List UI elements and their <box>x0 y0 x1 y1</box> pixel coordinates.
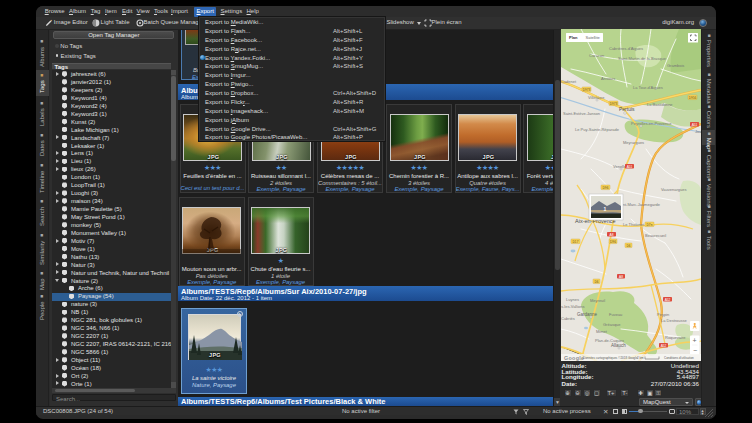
svg-text:D956: D956 <box>688 96 696 100</box>
svg-text:A8: A8 <box>609 233 613 237</box>
svg-text:Données cartographiques ©2018: Données cartographiques ©2018 Google <box>583 356 638 360</box>
svg-text:Saint-Marc-Jaumegarde: Saint-Marc-Jaumegarde <box>617 202 661 207</box>
svg-text:La Bastidonne: La Bastidonne <box>647 102 673 107</box>
svg-text:Ansouis: Ansouis <box>601 76 615 81</box>
svg-text:La Destrousse: La Destrousse <box>661 318 688 323</box>
svg-text:La Tour-d'Aigues: La Tour-d'Aigues <box>633 85 663 90</box>
svg-text:Cucuron: Cucuron <box>589 53 604 58</box>
svg-text:Satellite: Satellite <box>585 35 600 40</box>
svg-text:D6: D6 <box>626 244 630 248</box>
svg-text:D973: D973 <box>582 88 590 92</box>
svg-text:D96: D96 <box>610 240 616 244</box>
svg-text:Vauvenargues: Vauvenargues <box>661 187 687 192</box>
svg-text:Le Tholonet: Le Tholonet <box>623 222 645 227</box>
svg-text:Grambois: Grambois <box>667 63 684 68</box>
svg-text:Mimet: Mimet <box>596 329 608 334</box>
svg-text:Beaurecueil: Beaurecueil <box>645 233 666 238</box>
svg-text:Google: Google <box>564 355 584 361</box>
svg-text:Gréasque: Gréasque <box>603 322 621 327</box>
svg-text:Saint-Martin-de-la-Brasque: Saint-Martin-de-la-Brasque <box>618 56 667 61</box>
svg-text:Meyrargues: Meyrargues <box>623 140 644 145</box>
svg-text:D6: D6 <box>594 280 598 284</box>
svg-text:Cabrières-d'Aigues: Cabrières-d'Aigues <box>609 46 643 51</box>
svg-text:Cadenet: Cadenet <box>561 79 577 84</box>
svg-text:Plan: Plan <box>569 35 578 40</box>
svg-text:D96: D96 <box>602 186 608 190</box>
svg-text:Meyreuil: Meyreuil <box>590 298 605 303</box>
svg-text:+: + <box>692 337 696 344</box>
svg-text:Luynes: Luynes <box>566 297 579 302</box>
svg-text:D973: D973 <box>609 102 617 106</box>
svg-text:Pertuis: Pertuis <box>619 106 635 112</box>
svg-text:Fuveau: Fuveau <box>609 312 622 317</box>
svg-text:1: 1 <box>603 206 606 212</box>
svg-text:Le Puy-Sainte-Réparade: Le Puy-Sainte-Réparade <box>575 127 620 132</box>
svg-text:Gardanne: Gardanne <box>577 312 598 317</box>
svg-text:D7n: D7n <box>646 223 652 227</box>
svg-text:Jouq: Jouq <box>695 129 701 134</box>
svg-text:Peyrolles-en-Provence: Peyrolles-en-Provence <box>631 121 672 126</box>
svg-text:A52: A52 <box>660 344 666 348</box>
svg-text:A8: A8 <box>619 275 623 279</box>
svg-text:−: − <box>693 347 697 354</box>
svg-text:s-les-Vallions: s-les-Vallions <box>561 304 585 309</box>
svg-text:D17: D17 <box>572 240 578 244</box>
svg-text:Cabriès: Cabriès <box>561 316 575 321</box>
svg-text:A51: A51 <box>626 165 632 169</box>
svg-text:Conditions d'utilisation: Conditions d'utilisation <box>664 356 694 360</box>
svg-text:Saint-Estève-Janson: Saint-Estève-Janson <box>563 111 600 116</box>
svg-text:2 km: 2 km <box>637 356 644 360</box>
svg-text:Roquevaire: Roquevaire <box>665 335 686 340</box>
svg-text:A51: A51 <box>691 123 697 127</box>
svg-text:A52: A52 <box>664 298 670 302</box>
svg-text:Peypin: Peypin <box>657 312 669 317</box>
